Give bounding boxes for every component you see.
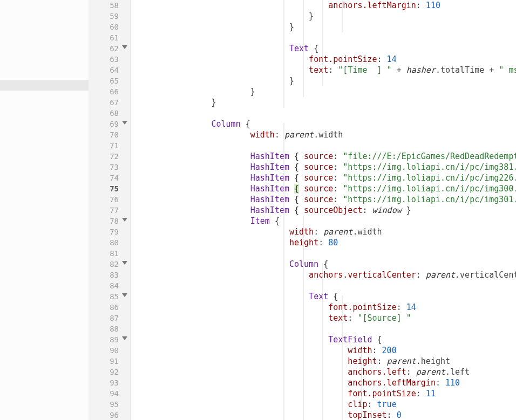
code-line[interactable]: [133, 108, 516, 119]
line-number[interactable]: 81: [89, 248, 131, 259]
code-line[interactable]: HashItem { source: "https://img.loliapi.…: [133, 194, 516, 205]
code-line[interactable]: width: parent.width: [133, 129, 516, 140]
line-number[interactable]: 92: [89, 367, 131, 377]
fold-icon[interactable]: [122, 45, 127, 49]
code-line[interactable]: HashItem { source: "https://img.loliapi.…: [133, 162, 516, 173]
code-line[interactable]: [133, 248, 516, 259]
line-number[interactable]: 71: [89, 140, 131, 151]
line-number[interactable]: 82: [89, 259, 131, 270]
line-number[interactable]: 91: [89, 356, 131, 367]
token-p: [133, 389, 348, 398]
code-line[interactable]: [133, 140, 516, 151]
code-line[interactable]: topInset: 0: [133, 410, 516, 420]
line-number[interactable]: 61: [89, 32, 131, 43]
code-line[interactable]: height: 80: [133, 237, 516, 248]
line-number[interactable]: 68: [89, 108, 131, 119]
code-line[interactable]: anchors.leftMargin: 110: [133, 377, 516, 388]
code-area[interactable]: anchors.leftMargin: 110 } } Text { font.…: [131, 0, 516, 420]
code-line[interactable]: }: [133, 75, 516, 86]
line-number[interactable]: 60: [89, 22, 131, 32]
token-str: " ms": [499, 65, 516, 75]
token-prop: height: [289, 238, 318, 247]
line-number[interactable]: 76: [89, 194, 131, 205]
line-number[interactable]: 65: [89, 75, 131, 86]
line-number-gutter[interactable]: 5859606162636465666768697071727374757677…: [89, 0, 131, 420]
line-number[interactable]: 72: [89, 151, 131, 162]
code-line[interactable]: Text {: [133, 291, 516, 302]
line-number[interactable]: 86: [89, 302, 131, 313]
line-number[interactable]: 63: [89, 54, 131, 65]
line-number[interactable]: 73: [89, 162, 131, 173]
code-line[interactable]: HashItem { sourceObject: window }: [133, 205, 516, 216]
fold-icon[interactable]: [122, 336, 127, 340]
code-line[interactable]: anchors.left: parent.left: [133, 367, 516, 377]
code-line[interactable]: Column {: [133, 259, 516, 270]
code-line[interactable]: Item {: [133, 216, 516, 226]
code-line[interactable]: width: parent.width: [133, 226, 516, 237]
code-line[interactable]: clip: true: [133, 399, 516, 410]
token-op: :: [333, 184, 343, 194]
token-p: [133, 173, 250, 183]
code-line[interactable]: [133, 280, 516, 291]
line-number[interactable]: 95: [89, 399, 131, 410]
code-line[interactable]: }: [133, 22, 516, 32]
code-line[interactable]: anchors.verticalCenter: parent.verticalC…: [133, 270, 516, 280]
code-line[interactable]: HashItem { source: "file:///E:/EpicGames…: [133, 151, 516, 162]
code-line[interactable]: font.pointSize: 11: [133, 388, 516, 399]
token-p: [133, 335, 328, 345]
token-str: "https://img.loliapi.cn/i/pc/img301.webp…: [343, 195, 516, 204]
line-number[interactable]: 93: [89, 377, 131, 388]
line-number[interactable]: 69: [89, 119, 131, 129]
code-line[interactable]: [133, 323, 516, 334]
code-line[interactable]: font.pointSize: 14: [133, 54, 516, 65]
line-number[interactable]: 94: [89, 388, 131, 399]
code-line[interactable]: }: [133, 86, 516, 97]
fold-icon[interactable]: [122, 218, 127, 222]
line-number[interactable]: 90: [89, 345, 131, 356]
line-number[interactable]: 85: [89, 291, 131, 302]
line-number[interactable]: 66: [89, 86, 131, 97]
line-number[interactable]: 64: [89, 65, 131, 75]
line-number[interactable]: 87: [89, 313, 131, 323]
line-number[interactable]: 79: [89, 226, 131, 237]
fold-icon[interactable]: [122, 121, 127, 125]
line-number[interactable]: 84: [89, 280, 131, 291]
code-line[interactable]: font.pointSize: 14: [133, 302, 516, 313]
code-editor[interactable]: 5859606162636465666768697071727374757677…: [0, 0, 516, 420]
line-number[interactable]: 74: [89, 173, 131, 183]
code-line[interactable]: width: 200: [133, 345, 516, 356]
line-number[interactable]: 96: [89, 410, 131, 420]
token-prop: sourceObject: [304, 205, 362, 215]
line-number[interactable]: 67: [89, 97, 131, 108]
token-kw: HashItem: [250, 184, 289, 194]
line-number[interactable]: 70: [89, 129, 131, 140]
token-bool: true: [377, 400, 397, 409]
line-number[interactable]: 59: [89, 11, 131, 22]
line-number[interactable]: 80: [89, 237, 131, 248]
line-number[interactable]: 58: [89, 0, 131, 11]
code-line[interactable]: }: [133, 97, 516, 108]
code-line[interactable]: [133, 32, 516, 43]
code-line[interactable]: height: parent.height: [133, 356, 516, 367]
code-line[interactable]: }: [133, 11, 516, 22]
line-number[interactable]: 88: [89, 323, 131, 334]
code-line[interactable]: HashItem { source: "https://img.loliapi.…: [133, 173, 516, 183]
code-line[interactable]: text: "[Source] ": [133, 313, 516, 323]
code-line[interactable]: Text {: [133, 43, 516, 54]
code-line[interactable]: anchors.leftMargin: 110: [133, 0, 516, 11]
line-number[interactable]: 62: [89, 43, 131, 54]
line-number[interactable]: 77: [89, 205, 131, 216]
code-line[interactable]: Column {: [133, 119, 516, 129]
token-prop: font.pointSize: [309, 54, 377, 64]
line-number[interactable]: 78: [89, 216, 131, 226]
line-number[interactable]: 89: [89, 334, 131, 345]
line-number[interactable]: 75: [89, 183, 131, 194]
code-line[interactable]: HashItem { source: "https://img.loliapi.…: [133, 183, 516, 194]
fold-icon[interactable]: [122, 293, 127, 297]
token-p: {: [289, 205, 304, 215]
line-number[interactable]: 83: [89, 270, 131, 280]
fold-icon[interactable]: [122, 261, 127, 265]
code-line[interactable]: text: "[Time ] " + hasher.totalTime + " …: [133, 65, 516, 75]
token-kw: Column: [212, 119, 241, 129]
code-line[interactable]: TextField {: [133, 334, 516, 345]
